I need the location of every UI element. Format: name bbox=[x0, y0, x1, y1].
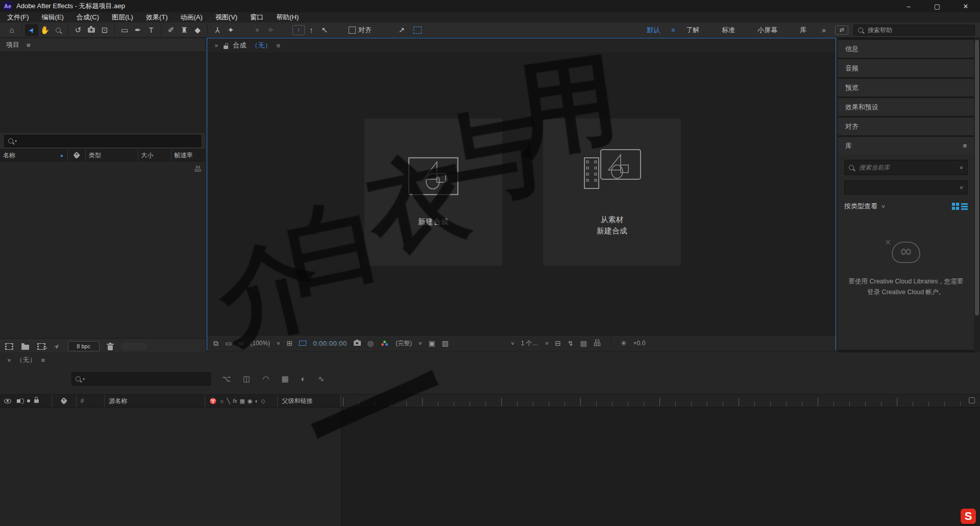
panel-tab-audio[interactable]: 音频 bbox=[838, 59, 974, 77]
menu-animation[interactable]: 动画(A) bbox=[181, 13, 203, 22]
mask-feather-tool-icon[interactable]: ⌖ bbox=[251, 24, 264, 36]
type-tool-icon[interactable]: T bbox=[144, 24, 158, 36]
puppet-pin-tool-icon[interactable]: ✦ bbox=[224, 24, 237, 36]
menu-edit[interactable]: 编辑(E) bbox=[42, 13, 64, 22]
project-search[interactable]: ▾ bbox=[4, 135, 201, 147]
grid-guides-icon[interactable]: ⊞ bbox=[287, 339, 293, 347]
project-tab[interactable]: 项目 bbox=[6, 40, 19, 50]
composition-flowchart-icon[interactable]: 品 bbox=[594, 339, 601, 348]
region-of-interest-icon[interactable] bbox=[299, 341, 307, 346]
snap-checkbox[interactable] bbox=[349, 27, 356, 34]
timeline-tab-status[interactable]: （无） bbox=[16, 355, 36, 365]
project-item-list[interactable]: 品 bbox=[0, 161, 205, 338]
camera-tool-icon[interactable] bbox=[85, 24, 98, 36]
project-search-input[interactable] bbox=[18, 137, 201, 145]
layer-list-area[interactable] bbox=[0, 408, 341, 526]
new-composition-from-footage-button[interactable]: 从素材 新建合成 bbox=[543, 118, 681, 266]
transparency-grid-icon[interactable]: ▨ bbox=[442, 339, 449, 347]
column-name[interactable]: 名称 ▲ bbox=[0, 150, 68, 161]
source-name-column[interactable]: 源名称 bbox=[105, 395, 205, 407]
pen-tool-icon[interactable]: ✒ bbox=[131, 24, 144, 36]
channel-settings-icon[interactable] bbox=[383, 341, 386, 343]
exposure-value[interactable]: +0.0 bbox=[633, 340, 646, 347]
help-search[interactable] bbox=[853, 25, 975, 36]
view-layout-dropdown[interactable]: 1 个… bbox=[521, 339, 538, 348]
snapshot-icon[interactable] bbox=[354, 341, 361, 346]
rotate-tool-icon[interactable]: ↺ bbox=[71, 24, 85, 36]
marker-bin-icon[interactable] bbox=[969, 397, 975, 403]
workspace-menu-icon[interactable]: ≡ bbox=[671, 27, 675, 34]
rectangle-tool-icon[interactable]: ▭ bbox=[118, 24, 131, 36]
lock-open-icon[interactable] bbox=[224, 45, 228, 49]
menu-effect[interactable]: 效果(T) bbox=[146, 13, 168, 22]
clone-stamp-tool-icon[interactable]: ♜ bbox=[178, 24, 191, 36]
home-tool-icon[interactable]: ⌂ bbox=[5, 24, 18, 36]
library-panel-menu-icon[interactable]: ≡ bbox=[963, 142, 967, 150]
brush-tool-icon[interactable]: ✐ bbox=[164, 24, 178, 36]
shape-extra-tool-icon[interactable]: ✧ bbox=[264, 24, 277, 36]
show-snapshot-icon[interactable]: ◎ bbox=[368, 339, 374, 347]
draft-3d-icon[interactable]: ◫ bbox=[243, 374, 250, 384]
world-axis-mode-icon[interactable]: ↑ bbox=[305, 24, 318, 36]
timeline-search[interactable]: ▾ bbox=[71, 372, 211, 386]
interpret-footage-icon[interactable] bbox=[5, 343, 13, 350]
workspace-tab-default[interactable]: 默认 bbox=[635, 26, 671, 35]
library-select-dropdown[interactable]: ∨ bbox=[844, 180, 968, 195]
bit-depth-button[interactable]: 8 bpc bbox=[68, 341, 100, 351]
panel-tab-align[interactable]: 对齐 bbox=[838, 117, 974, 135]
local-axis-mode-icon[interactable]: ↑ bbox=[292, 25, 305, 35]
trash-icon[interactable] bbox=[108, 345, 113, 350]
project-quill-icon[interactable]: ➢ bbox=[52, 341, 62, 351]
panel-tab-info[interactable]: 信息 bbox=[838, 40, 974, 58]
menu-view[interactable]: 视图(V) bbox=[215, 13, 237, 22]
resolution-dropdown[interactable]: (完整) bbox=[396, 339, 412, 348]
view-options-icon[interactable]: ∞ bbox=[238, 339, 243, 347]
motion-blur-icon[interactable]: ◐ bbox=[301, 374, 306, 384]
label-column[interactable] bbox=[52, 395, 77, 407]
menu-layer[interactable]: 图层(L) bbox=[112, 13, 133, 22]
magnification-dropdown[interactable]: (100%) bbox=[250, 340, 270, 347]
selection-tool-icon[interactable]: ➤ bbox=[25, 24, 38, 36]
current-time-display[interactable]: 0:00:00:00 bbox=[313, 340, 347, 347]
menu-window[interactable]: 窗口 bbox=[250, 13, 263, 22]
switches-column[interactable]: ♈ ☼ ╲ fx ▦ ◉ ◐ ◇ bbox=[205, 395, 278, 407]
pan-behind-tool-icon[interactable]: ⊡ bbox=[98, 24, 111, 36]
panel-tab-effects-presets[interactable]: 效果和预设 bbox=[838, 98, 974, 116]
workspace-tab-library[interactable]: 库 bbox=[789, 26, 818, 35]
chevron-down-icon[interactable]: ∨ bbox=[959, 165, 964, 170]
composition-tab[interactable]: 合成 bbox=[233, 41, 247, 50]
pixel-aspect-correction-icon[interactable]: ⊟ bbox=[555, 339, 561, 347]
timeline-button-icon[interactable]: ▤ bbox=[580, 339, 587, 347]
eraser-tool-icon[interactable]: ◆ bbox=[191, 24, 204, 36]
composition-mini-flowchart-icon[interactable]: ⌥ bbox=[222, 374, 231, 384]
time-ruler[interactable] bbox=[341, 394, 980, 408]
fast-previews-icon[interactable]: ↯ bbox=[568, 339, 574, 347]
hide-shy-layers-icon[interactable]: ◠ bbox=[262, 374, 269, 384]
track-area[interactable] bbox=[341, 408, 980, 526]
close-tab-icon[interactable]: × bbox=[7, 356, 11, 364]
composition-panel-menu-icon[interactable]: ≡ bbox=[277, 42, 281, 50]
hand-tool-icon[interactable]: ✋ bbox=[38, 24, 52, 36]
new-folder-icon[interactable] bbox=[21, 345, 29, 350]
sidebar-scrollbar[interactable] bbox=[974, 38, 980, 352]
roto-brush-tool-icon[interactable]: ⅄ bbox=[211, 24, 224, 36]
library-search-input[interactable] bbox=[858, 163, 955, 172]
snap-options-icon[interactable]: ↗ bbox=[395, 24, 408, 36]
view-axis-mode-icon[interactable]: ↖ bbox=[318, 24, 331, 36]
menu-help[interactable]: 帮助(H) bbox=[276, 13, 299, 22]
close-button[interactable]: ✕ bbox=[951, 0, 980, 12]
new-composition-icon[interactable] bbox=[37, 343, 45, 350]
new-composition-button[interactable]: 新建合成 bbox=[364, 118, 502, 266]
view-dropdown-chevron-icon[interactable]: ∨ bbox=[510, 341, 515, 346]
number-column[interactable]: # bbox=[77, 395, 105, 407]
thumbnail-scale-slider[interactable] bbox=[121, 343, 148, 350]
snap-guides-icon[interactable] bbox=[413, 27, 422, 34]
reset-exposure-icon[interactable]: ✳ bbox=[621, 339, 627, 347]
view-by-type-dropdown[interactable]: 按类型查看 bbox=[844, 202, 877, 211]
grid-view-icon[interactable] bbox=[952, 203, 955, 206]
panel-tab-libraries[interactable]: 库 ≡ bbox=[838, 137, 974, 155]
scrollbar-thumb[interactable] bbox=[975, 40, 979, 316]
project-panel-menu-icon[interactable]: ≡ bbox=[27, 41, 31, 49]
library-search[interactable]: ∨ bbox=[844, 160, 968, 175]
workspace-overflow-icon[interactable]: » bbox=[818, 26, 830, 34]
